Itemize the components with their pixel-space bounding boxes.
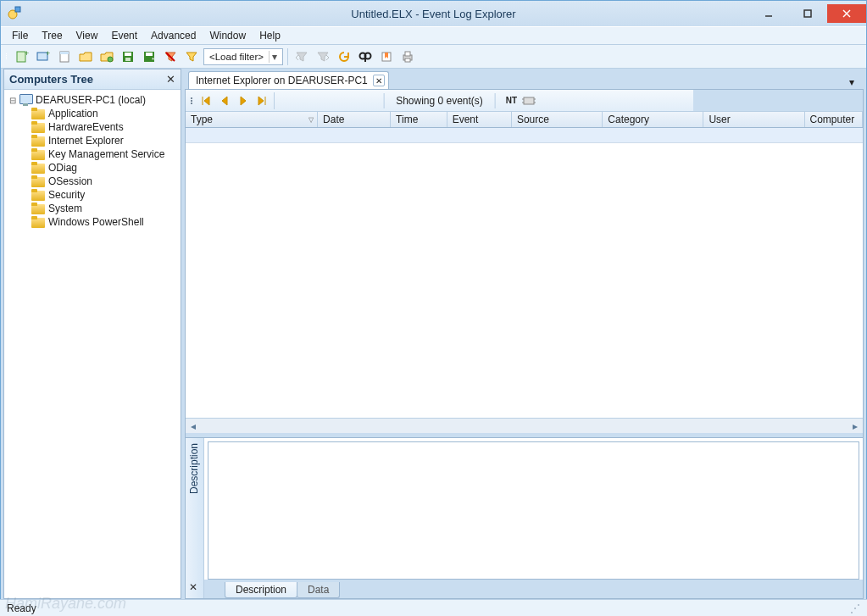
- load-filter-combo[interactable]: <Load filter> ▾: [203, 48, 283, 65]
- svg-text:+: +: [25, 49, 29, 58]
- description-bottom-tabs: Description Data: [204, 580, 863, 598]
- menu-event[interactable]: Event: [105, 28, 143, 43]
- open-log-file-icon[interactable]: [55, 47, 74, 66]
- menu-tree[interactable]: Tree: [36, 28, 68, 43]
- svg-rect-1: [15, 7, 20, 12]
- tab-overflow-icon[interactable]: ▾: [845, 75, 859, 89]
- nav-prev-icon[interactable]: [216, 92, 233, 109]
- bookmark-icon[interactable]: [377, 47, 396, 66]
- close-button[interactable]: [827, 4, 866, 23]
- tab-data[interactable]: Data: [297, 582, 340, 598]
- computers-tree[interactable]: ⊟ DEARUSER-PC1 (local) ApplicationHardwa…: [4, 90, 181, 598]
- folder-icon: [31, 175, 45, 187]
- description-side-label: Description: [186, 438, 203, 499]
- open-folder-icon[interactable]: [76, 47, 95, 66]
- window-title: Untitled.ELX - Event Log Explorer: [1, 8, 866, 20]
- filter-icon[interactable]: [182, 47, 201, 66]
- add-computer-icon[interactable]: +: [34, 47, 53, 66]
- horizontal-scrollbar[interactable]: ◂ ▸: [186, 418, 863, 433]
- resize-grip-icon[interactable]: ⋰: [850, 602, 860, 614]
- tree-log-node[interactable]: Windows PowerShell: [30, 215, 179, 229]
- description-text-area[interactable]: [208, 441, 859, 580]
- svg-rect-14: [125, 53, 131, 56]
- event-grid-body[interactable]: [186, 128, 863, 418]
- tree-log-node[interactable]: Application: [30, 107, 179, 120]
- svg-rect-27: [524, 97, 534, 104]
- chevron-down-icon[interactable]: ▾: [269, 51, 281, 63]
- tree-panel-close-icon[interactable]: ✕: [166, 73, 175, 86]
- maximize-button[interactable]: [788, 4, 827, 23]
- computer-icon: [19, 94, 32, 106]
- folder-icon: [31, 121, 45, 133]
- folder-icon: [31, 108, 45, 119]
- filter-prev-icon[interactable]: [292, 47, 311, 66]
- computers-tree-panel: Computers Tree ✕ ⊟ DEARUSER-PC1 (local) …: [3, 69, 181, 599]
- tree-log-node[interactable]: Internet Explorer: [30, 134, 179, 147]
- menu-view[interactable]: View: [70, 28, 104, 43]
- menu-help[interactable]: Help: [253, 28, 286, 43]
- description-pane: Description ✕ Description Data: [186, 437, 863, 598]
- svg-rect-26: [405, 58, 410, 62]
- toolbar-separator: [287, 48, 288, 65]
- nav-next-icon[interactable]: [235, 92, 252, 109]
- column-header[interactable]: User: [703, 112, 804, 127]
- tree-collapse-icon[interactable]: ⊟: [8, 96, 17, 105]
- event-grid-header: Type▽DateTimeEventSourceCategoryUserComp…: [186, 112, 863, 128]
- description-close-icon[interactable]: ✕: [189, 581, 197, 593]
- new-workspace-icon[interactable]: +: [13, 47, 31, 66]
- tree-log-node[interactable]: System: [30, 202, 179, 215]
- menu-advanced[interactable]: Advanced: [145, 28, 202, 43]
- refresh-icon[interactable]: [335, 47, 353, 66]
- menu-window[interactable]: Window: [203, 28, 252, 43]
- scroll-right-icon[interactable]: ▸: [848, 419, 863, 433]
- sort-indicator-icon: ▽: [308, 116, 314, 124]
- nav-blank-area: [693, 90, 863, 112]
- event-count-label: Showing 0 event(s): [383, 93, 496, 108]
- save-workspace-icon[interactable]: *: [140, 47, 158, 66]
- column-header[interactable]: Computer: [805, 112, 863, 127]
- tree-node-label: Application: [48, 108, 98, 119]
- folder-icon: [31, 135, 45, 147]
- nav-grip-icon[interactable]: [191, 97, 192, 104]
- folder-icon: [31, 216, 45, 228]
- find-icon[interactable]: [356, 47, 375, 66]
- tab-description[interactable]: Description: [225, 582, 297, 598]
- save-icon[interactable]: [119, 47, 137, 66]
- scroll-left-icon[interactable]: ◂: [186, 419, 201, 433]
- clear-filter-icon[interactable]: [161, 47, 180, 66]
- column-header[interactable]: Category: [603, 112, 703, 127]
- tree-log-node[interactable]: OSession: [30, 175, 179, 188]
- tree-node-label: System: [48, 203, 82, 214]
- column-header[interactable]: Time: [391, 112, 447, 127]
- column-header[interactable]: Type▽: [186, 112, 318, 127]
- open-backup-icon[interactable]: [97, 47, 116, 66]
- svg-text:+: +: [46, 49, 50, 58]
- tree-node-label: Key Management Service: [48, 148, 164, 160]
- nt-mode-indicator[interactable]: NT: [506, 96, 536, 106]
- tree-log-node[interactable]: Key Management Service: [30, 147, 179, 161]
- tree-root-node[interactable]: ⊟ DEARUSER-PC1 (local): [6, 93, 179, 107]
- minimize-button[interactable]: [749, 4, 788, 23]
- tree-log-node[interactable]: Security: [30, 188, 179, 202]
- nav-first-icon[interactable]: [197, 92, 214, 109]
- nav-separator: [274, 92, 275, 109]
- svg-text:*: *: [152, 56, 154, 64]
- tree-node-label: HardwareEvents: [48, 121, 124, 133]
- document-tab-close-icon[interactable]: ✕: [373, 75, 385, 86]
- description-side-tab[interactable]: Description ✕: [186, 438, 204, 598]
- tree-log-node[interactable]: HardwareEvents: [30, 120, 179, 134]
- svg-rect-3: [804, 10, 811, 17]
- folder-icon: [31, 162, 45, 174]
- tree-log-node[interactable]: ODiag: [30, 161, 179, 175]
- filter-next-icon[interactable]: [314, 47, 332, 66]
- toolbar-grip-icon[interactable]: [4, 53, 8, 59]
- document-tab[interactable]: Internet Explorer on DEARUSER-PC1 ✕: [188, 71, 389, 89]
- column-header[interactable]: Event: [447, 112, 512, 127]
- nav-last-icon[interactable]: [253, 92, 270, 109]
- column-header[interactable]: Source: [512, 112, 603, 127]
- column-header[interactable]: Date: [318, 112, 391, 127]
- nt-label: NT: [506, 96, 517, 105]
- print-icon[interactable]: [398, 47, 417, 66]
- main-toolbar: + + * <Load filter> ▾: [1, 45, 866, 69]
- menu-file[interactable]: File: [6, 28, 34, 43]
